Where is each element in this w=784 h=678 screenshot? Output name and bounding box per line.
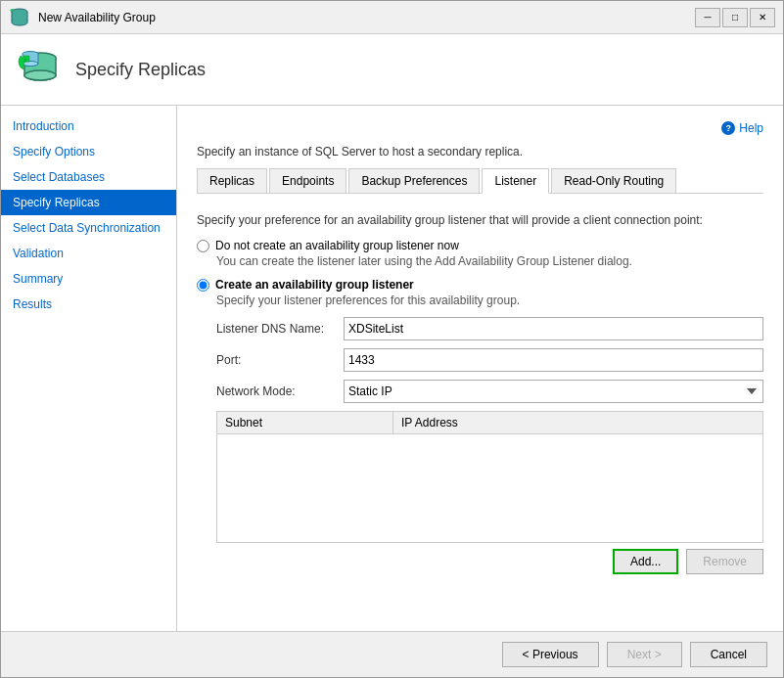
sidebar-item-specify-replicas[interactable]: Specify Replicas — [1, 190, 176, 215]
no-listener-radio[interactable] — [197, 240, 209, 252]
create-listener-option: Create an availability group listener Sp… — [197, 278, 763, 307]
create-listener-label[interactable]: Create an availability group listener — [197, 278, 763, 292]
footer: < Previous Next > Cancel — [1, 631, 783, 677]
no-listener-text: Do not create an availability group list… — [215, 239, 459, 252]
network-mode-row: Network Mode: Static IP DHCP — [216, 380, 763, 403]
tab-read-only-routing[interactable]: Read-Only Routing — [551, 168, 676, 193]
sidebar-item-select-data-sync[interactable]: Select Data Synchronization — [1, 215, 176, 241]
sidebar-item-select-databases[interactable]: Select Databases — [1, 164, 176, 190]
window-title: New Availability Group — [38, 11, 695, 24]
add-button[interactable]: Add... — [613, 549, 678, 574]
sidebar: Introduction Specify Options Select Data… — [1, 106, 177, 631]
ip-address-col-header: IP Address — [393, 412, 762, 433]
window-body: Introduction Specify Options Select Data… — [1, 106, 783, 631]
sidebar-item-summary[interactable]: Summary — [1, 266, 176, 292]
no-listener-desc: You can create the listener later using … — [216, 254, 763, 268]
create-listener-text: Create an availability group listener — [215, 278, 414, 292]
tabs-container: Replicas Endpoints Backup Preferences Li… — [197, 168, 763, 194]
create-listener-desc: Specify your listener preferences for th… — [216, 294, 763, 307]
window-icon — [9, 7, 30, 28]
cancel-button[interactable]: Cancel — [690, 642, 767, 667]
help-icon: ? — [721, 121, 735, 135]
sidebar-item-results[interactable]: Results — [1, 292, 176, 317]
no-listener-option: Do not create an availability group list… — [197, 239, 763, 268]
tab-listener[interactable]: Listener — [482, 168, 549, 194]
dns-name-input[interactable] — [344, 317, 763, 340]
help-link[interactable]: ? Help — [721, 121, 763, 135]
help-label: Help — [739, 121, 763, 135]
add-remove-row: Add... Remove — [216, 549, 763, 574]
listener-tab-content: Specify your preference for an availabil… — [197, 203, 763, 584]
remove-button[interactable]: Remove — [686, 549, 763, 574]
sidebar-item-specify-options[interactable]: Specify Options — [1, 139, 176, 164]
help-row: ? Help — [197, 121, 763, 135]
subnet-col-header: Subnet — [217, 412, 393, 433]
tab-replicas[interactable]: Replicas — [197, 168, 267, 193]
network-mode-select[interactable]: Static IP DHCP — [344, 380, 763, 403]
maximize-button[interactable]: □ — [722, 8, 748, 27]
header-icon — [17, 46, 64, 93]
title-bar-controls: ─ □ ✕ — [695, 8, 775, 27]
main-window: New Availability Group ─ □ ✕ Specify Rep… — [0, 0, 784, 678]
port-input[interactable] — [344, 348, 763, 372]
sidebar-item-validation[interactable]: Validation — [1, 241, 176, 266]
section-description: Specify an instance of SQL Server to hos… — [197, 145, 763, 158]
page-title: Specify Replicas — [75, 60, 206, 80]
port-row: Port: — [216, 348, 763, 372]
port-label: Port: — [216, 353, 344, 367]
svg-point-2 — [24, 70, 56, 80]
dns-name-label: Listener DNS Name: — [216, 322, 344, 336]
previous-button[interactable]: < Previous — [502, 642, 599, 667]
minimize-button[interactable]: ─ — [695, 8, 720, 27]
sidebar-item-introduction[interactable]: Introduction — [1, 113, 176, 139]
window-header: Specify Replicas — [1, 34, 783, 106]
title-bar: New Availability Group ─ □ ✕ — [1, 1, 783, 34]
create-listener-radio[interactable] — [197, 279, 209, 292]
tab-backup-preferences[interactable]: Backup Preferences — [348, 168, 480, 193]
subnet-table-header: Subnet IP Address — [217, 412, 762, 434]
next-button[interactable]: Next > — [607, 642, 682, 667]
dns-name-row: Listener DNS Name: — [216, 317, 763, 340]
listener-description: Specify your preference for an availabil… — [197, 213, 763, 227]
network-mode-label: Network Mode: — [216, 384, 344, 398]
no-listener-label[interactable]: Do not create an availability group list… — [197, 239, 763, 252]
subnet-table-body — [217, 434, 762, 542]
listener-form: Listener DNS Name: Port: Network Mode: S… — [216, 317, 763, 574]
close-button[interactable]: ✕ — [750, 8, 775, 27]
tab-endpoints[interactable]: Endpoints — [269, 168, 346, 193]
main-content: ? Help Specify an instance of SQL Server… — [177, 106, 783, 631]
subnet-table: Subnet IP Address — [216, 411, 763, 543]
